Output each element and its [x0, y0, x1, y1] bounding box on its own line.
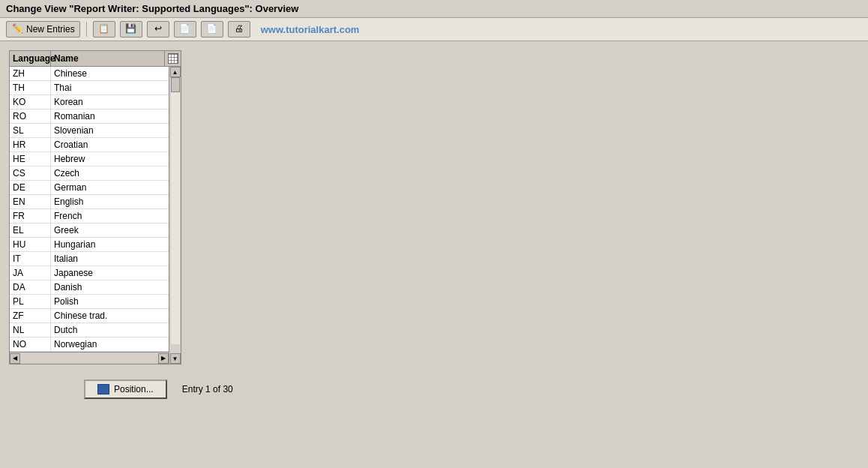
- doc-icon: 📄: [206, 23, 218, 35]
- vertical-scrollbar[interactable]: ▲ ▼: [169, 67, 181, 364]
- another-button[interactable]: 📄: [201, 21, 223, 38]
- table-body[interactable]: ZHChineseTHThaiKOKoreanRORomanianSLSlove…: [10, 67, 169, 352]
- cell-name: Chinese: [51, 67, 169, 80]
- position-button[interactable]: Position...: [84, 380, 167, 399]
- cell-name: Chinese trad.: [51, 309, 169, 322]
- cell-name: French: [51, 209, 169, 223]
- table-row[interactable]: NONorwegian: [10, 338, 169, 352]
- name-column-header: Name: [51, 51, 164, 66]
- cell-language: CS: [10, 166, 51, 180]
- table-row[interactable]: ITItalian: [10, 252, 169, 266]
- cell-language: TH: [10, 81, 51, 94]
- cell-language: HE: [10, 152, 51, 166]
- cell-name: Korean: [51, 95, 169, 109]
- cell-name: Croatian: [51, 138, 169, 152]
- language-column-header: Language: [10, 51, 51, 66]
- table-row[interactable]: DADanish: [10, 280, 169, 295]
- new-entries-label: New Entries: [26, 24, 75, 34]
- cell-language: JA: [10, 266, 51, 280]
- redo-button[interactable]: 📄: [174, 21, 196, 38]
- table-row[interactable]: NLDutch: [10, 323, 169, 338]
- cell-name: Slovenian: [51, 124, 169, 137]
- scroll-blank: [171, 344, 180, 353]
- table-row[interactable]: FRFrench: [10, 209, 169, 224]
- cell-language: FR: [10, 209, 51, 223]
- table-row[interactable]: ZFChinese trad.: [10, 309, 169, 323]
- position-icon: [97, 384, 109, 394]
- new-entries-button[interactable]: ✏️ New Entries: [6, 21, 80, 38]
- cell-name: Dutch: [51, 323, 169, 337]
- bottom-bar: Position... Entry 1 of 30: [9, 380, 859, 399]
- title-bar: Change View "Report Writer: Supported La…: [0, 0, 868, 18]
- grid-icon-header: [164, 51, 181, 66]
- table-row[interactable]: RORomanian: [10, 110, 169, 124]
- table-row[interactable]: ENEnglish: [10, 195, 169, 209]
- cell-name: English: [51, 195, 169, 208]
- cell-language: IT: [10, 252, 51, 266]
- save-button[interactable]: 💾: [120, 21, 142, 38]
- grid-icon: [168, 53, 178, 64]
- horizontal-scrollbar[interactable]: ◀ ▶: [10, 352, 169, 364]
- table-row[interactable]: SLSlovenian: [10, 124, 169, 138]
- cell-name: Romanian: [51, 110, 169, 123]
- table-row[interactable]: CSCzech: [10, 166, 169, 181]
- cell-name: Polish: [51, 295, 169, 308]
- cell-language: EN: [10, 195, 51, 208]
- cell-name: Hebrew: [51, 152, 169, 166]
- copy-button[interactable]: 📋: [93, 21, 115, 38]
- undo-button[interactable]: ↩: [147, 21, 169, 38]
- scroll-track: [171, 77, 180, 344]
- table-row[interactable]: DEGerman: [10, 181, 169, 195]
- cell-language: KO: [10, 95, 51, 109]
- cell-language: NO: [10, 338, 51, 351]
- cell-language: RO: [10, 110, 51, 123]
- cell-language: HR: [10, 138, 51, 152]
- cell-language: DA: [10, 280, 51, 294]
- table-row[interactable]: HUHungarian: [10, 238, 169, 252]
- cell-language: NL: [10, 323, 51, 337]
- undo-icon: ↩: [152, 23, 164, 35]
- cell-name: Japanese: [51, 266, 169, 280]
- table-row[interactable]: HEHebrew: [10, 152, 169, 166]
- scroll-right-button[interactable]: ▶: [158, 353, 169, 364]
- scroll-left-button[interactable]: ◀: [10, 353, 20, 364]
- scroll-thumb[interactable]: [171, 77, 180, 92]
- scroll-up-button[interactable]: ▲: [170, 67, 181, 77]
- table-row[interactable]: PLPolish: [10, 295, 169, 309]
- language-table: Language Name ZHChineseTHThaiKOKoreanROR…: [9, 50, 181, 364]
- table-header: Language Name: [10, 51, 181, 67]
- pencil-icon: ✏️: [11, 23, 23, 35]
- save-icon: 💾: [125, 23, 137, 35]
- cell-name: German: [51, 181, 169, 194]
- cell-name: Italian: [51, 252, 169, 266]
- table-row[interactable]: THThai: [10, 81, 169, 95]
- cell-name: Thai: [51, 81, 169, 94]
- another2-button[interactable]: 🖨: [228, 21, 250, 38]
- page-title: Change View "Report Writer: Supported La…: [6, 3, 298, 14]
- table-row[interactable]: KOKorean: [10, 95, 169, 110]
- toolbar: ✏️ New Entries 📋 💾 ↩ 📄 📄 🖨 www.tutorialk…: [0, 18, 868, 41]
- table-row[interactable]: JAJapanese: [10, 266, 169, 280]
- main-content: Language Name ZHChineseTHThaiKOKoreanROR…: [0, 41, 868, 408]
- position-button-label: Position...: [114, 384, 154, 394]
- cell-name: Norwegian: [51, 338, 169, 351]
- scroll-down-button[interactable]: ▼: [170, 353, 181, 364]
- cell-language: EL: [10, 224, 51, 237]
- cell-language: ZF: [10, 309, 51, 322]
- redo-icon: 📄: [179, 23, 191, 35]
- entry-info: Entry 1 of 30: [182, 384, 233, 394]
- toolbar-separator-1: [86, 22, 87, 37]
- cell-language: ZH: [10, 67, 51, 80]
- table-row[interactable]: HRCroatian: [10, 138, 169, 152]
- cell-name: Danish: [51, 280, 169, 294]
- cell-language: DE: [10, 181, 51, 194]
- watermark: www.tutorialkart.com: [261, 24, 360, 35]
- table-row[interactable]: ELGreek: [10, 224, 169, 238]
- cell-name: Greek: [51, 224, 169, 237]
- copy-icon: 📋: [98, 23, 110, 35]
- cell-name: Hungarian: [51, 238, 169, 251]
- table-row[interactable]: ZHChinese: [10, 67, 169, 81]
- cell-language: HU: [10, 238, 51, 251]
- cell-language: SL: [10, 124, 51, 137]
- print-icon: 🖨: [233, 23, 245, 35]
